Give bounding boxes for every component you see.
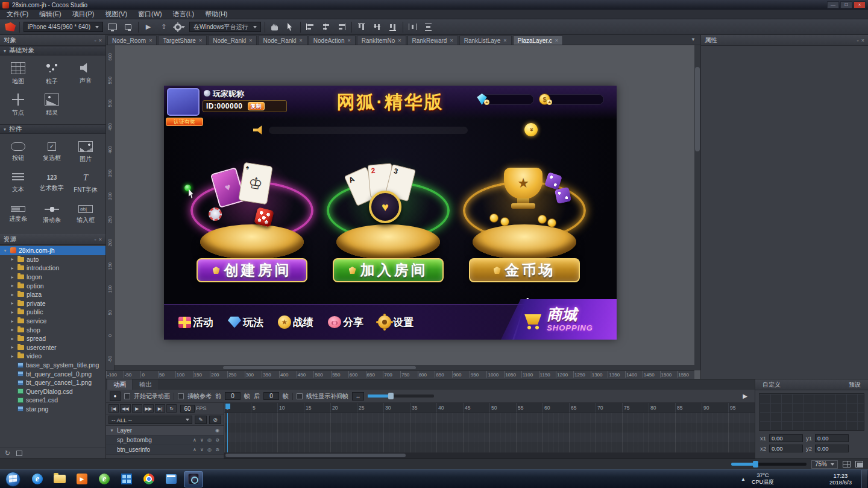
object-map[interactable]: 地图 — [1, 58, 35, 89]
layer-visibility-icon[interactable]: ◉ — [215, 428, 221, 433]
run-target-select[interactable]: 在Windows平台运行 — [189, 22, 261, 32]
menu-item-6[interactable]: 帮助(H) — [200, 9, 233, 19]
object-sound[interactable]: 声音 — [69, 58, 102, 89]
edit-animation-button[interactable]: ✎ — [195, 416, 207, 424]
pull-down-button[interactable]: « — [524, 123, 538, 136]
taskbar-chrome-icon[interactable] — [139, 471, 159, 487]
frames-before-input[interactable]: 0 — [225, 392, 241, 400]
delete-animation-button[interactable]: ⊘ — [209, 416, 221, 424]
float-panel-icon[interactable]: ▫ — [857, 37, 859, 43]
menu-item-4[interactable]: 窗口(W) — [133, 9, 168, 19]
slider-thumb[interactable] — [388, 393, 394, 399]
scroll-thumb[interactable] — [695, 67, 700, 151]
resource-file-bt_query_cancel_1.png[interactable]: bt_query_cancel_1.png — [0, 378, 105, 387]
hand-tool-button[interactable] — [269, 22, 281, 33]
expand-frames-button[interactable]: ↔ — [352, 392, 364, 401]
menu-item-1[interactable]: 编辑(E) — [34, 9, 67, 19]
portrait-preview-button[interactable] — [122, 22, 134, 33]
tree-expand-icon[interactable]: ▸ — [10, 353, 15, 359]
tab-PlazaLayer.c[interactable]: PlazaLayer.c× — [513, 36, 564, 45]
onion-skin-checkbox[interactable] — [178, 393, 184, 399]
layer-btn_userinfo[interactable]: btn_userinfo∧ ∨ ◎ ⊘ — [106, 445, 224, 455]
tab-RankReward[interactable]: RankReward× — [407, 36, 458, 45]
layer-row-icons[interactable]: ∧ ∨ ◎ ⊘ — [193, 447, 221, 452]
playhead-marker[interactable] — [225, 404, 230, 409]
resource-file-scene1.csd[interactable]: scene1.csd — [0, 396, 105, 405]
taskbar-tiles-icon[interactable] — [117, 471, 136, 487]
tab-NodeAction[interactable]: NodeAction× — [309, 36, 356, 45]
scene-canvas-area[interactable]: 认证有奖 玩家昵称 ID:000000 复制 网狐·精华版 + $ + « ♥ — [106, 45, 700, 379]
scroll-thumb[interactable] — [225, 454, 406, 457]
nav-pig[interactable]: 分享 — [328, 315, 363, 329]
zoom-level-select[interactable]: 75% — [811, 460, 838, 469]
canvas-h-scrollbar[interactable] — [115, 365, 694, 370]
create-room-podium[interactable]: ♥ ♠ ♔ 创建房间 — [180, 157, 324, 285]
tab-Node_Rankl[interactable]: Node_Rankl× — [258, 36, 307, 45]
layer-row-icons[interactable]: ∧ ∨ ◎ ⊘ — [193, 437, 221, 443]
taskbar-ie-icon[interactable] — [28, 471, 47, 487]
object-button[interactable]: 按钮 — [1, 136, 35, 168]
layer-Layer[interactable]: ▾Layer◉ — [106, 426, 224, 436]
tree-expand-icon[interactable]: ▾ — [2, 248, 8, 253]
section-控件[interactable]: ▾控件 — [0, 124, 105, 134]
tree-expand-icon[interactable]: ▸ — [10, 292, 15, 297]
show-desktop-button[interactable] — [861, 470, 867, 488]
nav-medal[interactable]: ★战绩 — [278, 315, 313, 329]
section-collapse-icon[interactable]: ▾ — [4, 127, 6, 132]
float-panel-icon[interactable]: ▫ — [95, 236, 96, 242]
tray-expand-icon[interactable]: ▲ — [741, 477, 746, 482]
menu-item-2[interactable]: 项目(P) — [67, 9, 100, 19]
nav-diamond[interactable]: 玩法 — [228, 315, 263, 329]
timeline-scrollbar[interactable] — [224, 452, 755, 458]
resource-file-star.png[interactable]: star.png — [0, 405, 105, 414]
join-room-podium[interactable]: A 2 3 ♥ 加入房间 — [316, 157, 461, 285]
menu-item-3[interactable]: 视图(V) — [99, 9, 133, 19]
game-scene[interactable]: 认证有奖 玩家昵称 ID:000000 复制 网狐·精华版 + $ + « ♥ — [164, 86, 617, 340]
tab-TargetShare[interactable]: TargetShare× — [158, 36, 207, 45]
resource-folder-option[interactable]: ▸option — [0, 281, 105, 290]
tree-expand-icon[interactable]: ▸ — [10, 336, 15, 341]
tab-RankItemNo[interactable]: RankItemNo× — [357, 36, 406, 45]
align-center-button[interactable] — [320, 22, 332, 33]
x2-input[interactable]: 0.00 — [769, 445, 803, 452]
tab-close-icon[interactable]: × — [149, 37, 152, 43]
object-text[interactable]: 文本 — [1, 168, 35, 199]
resource-folder-introduction[interactable]: ▸introduction — [0, 264, 105, 273]
section-基础对象[interactable]: ▾基础对象 — [0, 46, 105, 55]
tab-Node_Room[interactable]: Node_Room× — [107, 36, 157, 45]
resource-file-bt_query_cancel_0.png[interactable]: bt_query_cancel_0.png — [0, 369, 105, 378]
maximize-button[interactable]: □ — [840, 1, 852, 8]
resource-file-base_sp_system_title.png[interactable]: base_sp_system_title.png — [0, 361, 105, 370]
align-middle-button[interactable] — [371, 22, 383, 33]
anim-tab-动画[interactable]: 动画 — [107, 379, 132, 390]
layer-sp_bottombg[interactable]: sp_bottombg∧ ∨ ◎ ⊘ — [106, 436, 224, 445]
run-settings-button[interactable] — [174, 22, 186, 33]
go-last-frame-button[interactable]: ▶| — [155, 404, 165, 413]
object-progress[interactable]: 进度条 — [1, 199, 35, 230]
fps-input[interactable]: 60 — [180, 405, 195, 413]
scroll-thumb[interactable] — [223, 366, 416, 369]
frames-after-input[interactable]: 0 — [263, 392, 279, 400]
resource-root[interactable]: ▾28xin.com-jh — [0, 246, 105, 255]
tree-expand-icon[interactable]: ▸ — [10, 256, 15, 262]
object-artnum[interactable]: 艺术数字 — [35, 168, 69, 199]
align-top-button[interactable] — [356, 22, 368, 33]
nav-gift[interactable]: 活动 — [178, 315, 213, 329]
resource-folder-public[interactable]: ▸public — [0, 308, 105, 317]
tree-expand-icon[interactable]: ▸ — [10, 300, 15, 306]
object-checkbox[interactable]: 复选框 — [35, 136, 69, 168]
object-fnt[interactable]: FNT字体 — [69, 168, 102, 199]
tree-expand-icon[interactable]: ▸ — [10, 283, 15, 288]
tree-expand-icon[interactable]: ▸ — [10, 265, 15, 271]
object-slider[interactable]: 滑动条 — [35, 199, 69, 230]
grid-toggle-icon[interactable] — [843, 461, 851, 467]
tree-expand-icon[interactable]: ▸ — [10, 327, 15, 332]
object-particle[interactable]: 粒子 — [35, 58, 69, 89]
resource-folder-shop[interactable]: ▸shop — [0, 325, 105, 334]
resource-folder-spread[interactable]: ▸spread — [0, 334, 105, 343]
add-diamond-icon[interactable]: + — [484, 100, 489, 105]
menu-item-0[interactable]: 文件(F) — [1, 9, 34, 19]
curve-editor[interactable] — [759, 393, 864, 431]
tab-close-icon[interactable]: × — [348, 37, 351, 43]
new-folder-icon[interactable] — [16, 451, 22, 456]
